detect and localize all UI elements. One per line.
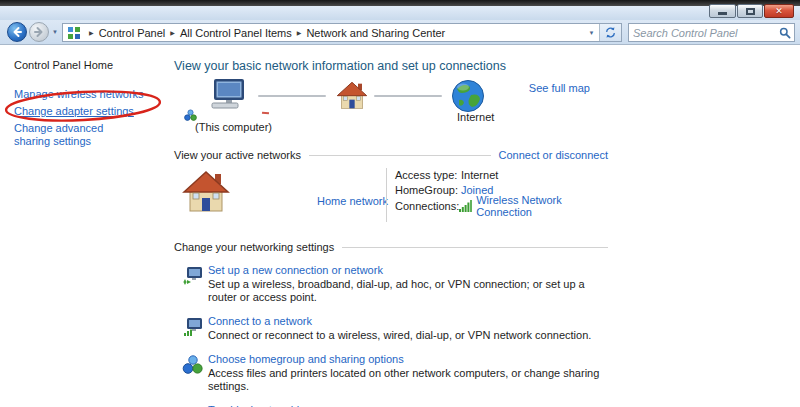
- sidebar-item-manage-wireless[interactable]: Manage wireless networks: [14, 88, 158, 101]
- map-connector-line: [258, 95, 326, 97]
- wireless-connection-link[interactable]: Wireless Network Connection: [476, 194, 608, 218]
- caption-buttons: ✕: [708, 4, 794, 18]
- divider: [342, 247, 608, 248]
- settings-title: Change your networking settings: [174, 241, 334, 253]
- minimize-button[interactable]: [709, 4, 736, 18]
- divider: [386, 168, 387, 222]
- breadcrumb-all-items[interactable]: All Control Panel Items: [180, 27, 292, 39]
- sidebar-item-change-adapter-settings[interactable]: Change adapter settings: [14, 105, 158, 118]
- back-button[interactable]: [7, 22, 27, 42]
- list-item-connect-network: Connect to a network Connect or reconnec…: [174, 315, 608, 342]
- internet-globe-icon[interactable]: [451, 79, 485, 113]
- home-network-icon[interactable]: [182, 169, 230, 213]
- refresh-icon: [604, 26, 617, 39]
- network-map: See full map (This computer) Internet: [174, 76, 590, 146]
- connections-label: Connections:: [395, 200, 459, 212]
- connect-network-link[interactable]: Connect to a network: [208, 315, 312, 327]
- window-content: Control Panel Home Manage wireless netwo…: [0, 45, 800, 406]
- connect-disconnect-link[interactable]: Connect or disconnect: [499, 149, 608, 161]
- settings-header: Change your networking settings: [174, 241, 608, 253]
- network-sharing-center-window: ✕ ▼ ▶ Control Panel ▶ All Control Panel …: [0, 0, 800, 407]
- main-pane: View your basic network information and …: [158, 45, 608, 406]
- setup-connection-desc: Set up a wireless, broadband, dial-up, a…: [208, 278, 608, 304]
- network-details: Access type: Internet HomeGroup: Joined …: [395, 167, 608, 214]
- breadcrumb-network-sharing[interactable]: Network and Sharing Center: [306, 27, 445, 39]
- this-computer-label: (This computer): [195, 121, 272, 133]
- home-network-icon[interactable]: [336, 80, 368, 110]
- active-networks-title: View your active networks: [174, 149, 301, 161]
- computer-icon[interactable]: [210, 78, 250, 110]
- close-button[interactable]: ✕: [764, 4, 794, 18]
- divider: [309, 155, 491, 156]
- see-full-map-link[interactable]: See full map: [529, 82, 590, 94]
- setup-connection-link[interactable]: Set up a new connection or network: [208, 264, 383, 276]
- navigation-bar: ▼ ▶ Control Panel ▶ All Control Panel It…: [0, 20, 800, 45]
- sidebar: Control Panel Home Manage wireless netwo…: [0, 45, 158, 406]
- list-item-setup-connection: Set up a new connection or network Set u…: [174, 264, 608, 304]
- list-item-homegroup-options: Choose homegroup and sharing options Acc…: [174, 353, 608, 393]
- control-panel-icon: [67, 26, 81, 40]
- homegroup-icon: [174, 353, 208, 393]
- access-type-label: Access type:: [395, 169, 461, 181]
- close-icon: ✕: [775, 6, 783, 16]
- back-arrow-icon: [11, 26, 23, 38]
- sidebar-item-control-panel-home[interactable]: Control Panel Home: [14, 59, 158, 71]
- active-network-row: Home network Access type: Internet HomeG…: [174, 165, 608, 229]
- networking-settings-section: Change your networking settings: [174, 241, 608, 407]
- connect-network-desc: Connect or reconnect to a wireless, wire…: [208, 329, 591, 342]
- homegroup-options-link[interactable]: Choose homegroup and sharing options: [208, 353, 404, 365]
- minimize-icon: [718, 12, 727, 15]
- new-connection-icon: [174, 264, 208, 304]
- home-network-link[interactable]: Home network: [317, 195, 388, 207]
- search-input[interactable]: [629, 27, 779, 39]
- wireless-signal-icon: [459, 200, 472, 212]
- access-type-value: Internet: [461, 169, 498, 181]
- active-networks-header: View your active networks Connect or dis…: [174, 149, 608, 161]
- internet-label: Internet: [457, 111, 494, 123]
- address-bar[interactable]: ▶ Control Panel ▶ All Control Panel Item…: [62, 23, 622, 42]
- homegroup-label: HomeGroup:: [395, 184, 461, 196]
- page-title: View your basic network information and …: [174, 59, 608, 73]
- recent-pages-caret-icon[interactable]: ▼: [52, 29, 58, 35]
- breadcrumb-separator-icon: ▶: [170, 29, 175, 36]
- forward-button[interactable]: [29, 22, 49, 42]
- titlebar: [0, 6, 800, 20]
- maximize-icon: [746, 8, 755, 15]
- connect-network-icon: [174, 315, 208, 342]
- forward-arrow-icon: [33, 26, 45, 38]
- breadcrumb-control-panel[interactable]: Control Panel: [99, 27, 166, 39]
- breadcrumb-separator-icon: ▶: [297, 29, 302, 36]
- maximize-button[interactable]: [737, 4, 763, 18]
- homegroup-options-desc: Access files and printers located on oth…: [208, 367, 608, 393]
- search-icon[interactable]: [779, 27, 791, 39]
- map-connector-line: [374, 95, 442, 97]
- sidebar-item-advanced-sharing[interactable]: Change advanced sharing settings: [14, 122, 132, 148]
- refresh-button[interactable]: [599, 24, 621, 41]
- search-box[interactable]: [628, 23, 795, 42]
- address-dropdown-caret-icon[interactable]: ▼: [584, 30, 599, 36]
- breadcrumb-separator-icon: ▶: [89, 29, 94, 36]
